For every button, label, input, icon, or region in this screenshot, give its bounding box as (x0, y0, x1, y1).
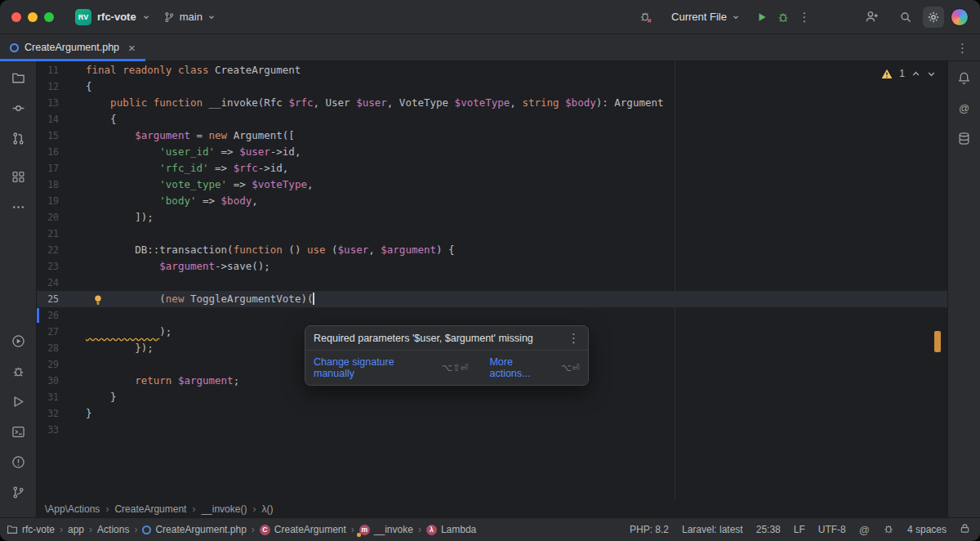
line-number[interactable]: 18 (37, 177, 86, 193)
tab-createargument-php[interactable]: CreateArgument.php × (0, 34, 145, 60)
popup-options-button[interactable]: ⋮ (568, 332, 580, 344)
chevron-down-icon[interactable] (927, 69, 936, 78)
search-everywhere-button[interactable] (895, 7, 916, 28)
database-tool-button[interactable] (953, 127, 976, 150)
editor[interactable]: 11final readonly class CreateArgument12{… (37, 61, 947, 500)
status-widget[interactable]: UTF-8 (818, 524, 846, 535)
code-line-32[interactable]: 32} (37, 405, 947, 422)
notifications-tool-button[interactable] (953, 66, 976, 89)
status-path-item[interactable]: Actions (97, 524, 129, 535)
status-path-item[interactable]: app (68, 524, 84, 535)
line-number[interactable]: 17 (37, 160, 86, 177)
code-line-19[interactable]: 19 'body' => $body, (37, 193, 947, 209)
more-options-button[interactable]: ⋮ (794, 7, 815, 28)
code-line-22[interactable]: 22 DB::transaction(function () use ($use… (37, 242, 947, 258)
code-line-33[interactable]: 33 (37, 422, 947, 438)
project-selector[interactable]: RV rfc-vote (75, 9, 150, 25)
status-path-item[interactable]: CCreateArgument (260, 524, 346, 535)
debug-button[interactable] (773, 7, 794, 28)
more-tools-button[interactable] (7, 195, 29, 218)
line-number[interactable]: 30 (37, 373, 86, 389)
breadcrumb-item[interactable]: __invoke() (201, 503, 247, 515)
status-path-item[interactable]: CreateArgument.php (142, 524, 246, 535)
debugger-off-button[interactable] (635, 7, 657, 28)
code-line-15[interactable]: 15 $argument = new Argument([ (37, 127, 947, 144)
at-icon[interactable]: @ (859, 524, 870, 536)
code-line-17[interactable]: 17 'rfc_id' => $rfc->id, (37, 160, 947, 177)
run-tool-button[interactable] (7, 329, 29, 352)
line-number[interactable]: 19 (37, 193, 86, 209)
line-number[interactable]: 29 (37, 356, 86, 373)
tab-options-button[interactable]: ⋮ (945, 34, 980, 60)
line-number[interactable]: 11 (37, 62, 86, 78)
code-line-20[interactable]: 20 ]); (37, 209, 947, 226)
status-path-item[interactable]: λLambda (426, 524, 476, 535)
popup-action-link[interactable]: More actions... (489, 356, 555, 379)
version-control-tool-button[interactable] (7, 481, 29, 503)
breadcrumb-item[interactable]: λ() (261, 503, 273, 515)
project-tool-button[interactable] (7, 66, 29, 89)
warning-triangle-icon[interactable] (881, 69, 893, 79)
line-number[interactable]: 28 (37, 340, 86, 356)
line-number[interactable]: 16 (37, 144, 86, 160)
indent-widget[interactable]: 4 spaces (907, 524, 947, 535)
line-number[interactable]: 13 (37, 95, 86, 111)
code-line-23[interactable]: 23 $argument->save(); (37, 258, 947, 275)
close-window-button[interactable] (11, 12, 21, 22)
debug-listener-button[interactable] (883, 523, 894, 537)
line-number[interactable]: 26 (37, 307, 86, 324)
code-line-11[interactable]: 11final readonly class CreateArgument (37, 62, 947, 78)
ai-mentions-tool-button[interactable]: @ (953, 96, 976, 119)
line-number[interactable]: 33 (37, 422, 86, 438)
code-line-24[interactable]: 24 (37, 275, 947, 291)
line-number[interactable]: 20 (37, 209, 86, 226)
breadcrumb-item[interactable]: \App\Actions (45, 503, 100, 515)
popup-action[interactable]: More actions...⌥⏎ (489, 356, 580, 379)
popup-action-link[interactable]: Change signature manually (314, 356, 436, 379)
file-lock-widget[interactable] (960, 523, 970, 536)
line-number[interactable]: 31 (37, 389, 86, 405)
git-branch-selector[interactable]: main (163, 11, 216, 23)
warning-count[interactable]: 1 (899, 68, 905, 79)
code-line-16[interactable]: 16 'user_id' => $user->id, (37, 144, 947, 160)
problems-tool-button[interactable] (7, 450, 29, 473)
code-line-13[interactable]: 13 public function __invoke(Rfc $rfc, Us… (37, 95, 947, 111)
chevron-up-icon[interactable] (911, 69, 920, 78)
user-avatar[interactable] (951, 8, 969, 26)
status-path-item[interactable]: m__invoke (359, 524, 413, 535)
breadcrumb-item[interactable]: CreateArgument (114, 503, 186, 515)
line-number[interactable]: 25 (37, 291, 86, 307)
lightbulb-icon[interactable] (92, 294, 104, 306)
status-widget[interactable]: Laravel: latest (682, 524, 743, 535)
code-line-26[interactable]: 26 (37, 307, 947, 324)
minimize-window-button[interactable] (28, 12, 38, 22)
line-number[interactable]: 23 (37, 258, 86, 275)
close-tab-icon[interactable]: × (128, 42, 136, 54)
popup-action[interactable]: Change signature manually⌥⇧⏎ (314, 356, 468, 379)
code-line-12[interactable]: 12{ (37, 78, 947, 95)
code-with-me-button[interactable] (861, 7, 882, 28)
line-number[interactable]: 21 (37, 226, 86, 242)
run-button[interactable] (751, 7, 773, 28)
code-line-14[interactable]: 14 { (37, 111, 947, 127)
zoom-window-button[interactable] (44, 12, 54, 22)
line-number[interactable]: 12 (37, 78, 86, 95)
status-widget[interactable]: 25:38 (756, 524, 781, 535)
line-number[interactable]: 14 (37, 111, 86, 127)
pull-requests-tool-button[interactable] (7, 127, 29, 150)
line-number[interactable]: 22 (37, 242, 86, 258)
code-line-31[interactable]: 31 } (37, 389, 947, 405)
status-widget[interactable]: LF (794, 524, 805, 535)
code-line-18[interactable]: 18 'vote_type' => $voteType, (37, 177, 947, 193)
line-number[interactable]: 32 (37, 405, 86, 422)
services-tool-button[interactable] (7, 390, 29, 413)
code-line-21[interactable]: 21 (37, 226, 947, 242)
run-configuration-selector[interactable]: Current File (671, 11, 740, 23)
line-number[interactable]: 24 (37, 275, 86, 291)
debug-tool-button[interactable] (7, 360, 29, 382)
status-widget[interactable]: PHP: 8.2 (630, 524, 669, 535)
line-number[interactable]: 27 (37, 324, 86, 340)
commit-tool-button[interactable] (7, 96, 29, 119)
status-path-item[interactable]: rfc-vote (7, 524, 55, 535)
structure-tool-button[interactable] (7, 165, 29, 188)
